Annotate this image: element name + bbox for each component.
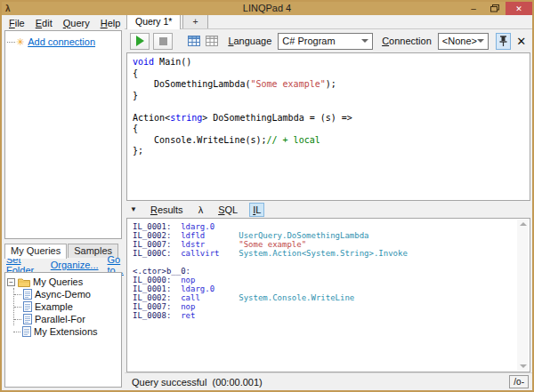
tree-node-parallel-for[interactable]: Parallel-For — [14, 313, 119, 325]
il-text: IL_0001: ldarg.0IL_0002: ldfld UserQuery… — [127, 219, 530, 324]
query-tab-bar: Query 1* + — [125, 15, 532, 29]
query-document-icon — [23, 314, 32, 324]
language-label: Language — [228, 36, 271, 46]
query-document-icon — [23, 289, 32, 300]
my-queries-section: My QueriesSamples Set Folder...Organize.… — [2, 243, 125, 390]
menubar: FileEditQueryHelp ✕ — [2, 15, 125, 30]
new-tab-button[interactable]: + — [182, 15, 207, 28]
queries-tab-my-queries[interactable]: My Queries — [4, 244, 67, 259]
stop-icon — [159, 37, 167, 45]
titlebar: λ LINQPad 4 – ✕ — [2, 2, 532, 15]
tree-node-example[interactable]: Example — [14, 300, 119, 313]
code-line: { — [133, 68, 524, 80]
code-line: void Main() — [133, 57, 524, 68]
query-document-icon — [22, 326, 31, 337]
add-connection-star-icon: ✳ — [16, 37, 24, 46]
language-value: C# Program — [282, 36, 335, 46]
tree-node-my-queries[interactable]: −My Queries — [7, 276, 119, 288]
tree-node-async-demo[interactable]: Async-Demo — [14, 288, 119, 300]
tab-query1[interactable]: Query 1* — [126, 15, 181, 29]
results-tab-il[interactable]: IL — [249, 203, 264, 217]
code-line: IL_0000: nop — [133, 276, 524, 284]
folder-icon — [18, 277, 30, 287]
close-query-button[interactable]: ✕ — [514, 33, 529, 50]
execute-button[interactable] — [130, 33, 150, 50]
results-tab-results[interactable]: Results — [147, 203, 187, 217]
stop-button[interactable] — [153, 33, 173, 50]
results-tabs: ResultsλSQLIL — [147, 203, 264, 217]
code-line: IL_0001: ldarg.0 — [133, 284, 524, 293]
code-line: DoSomethingLambda("Some example"); — [133, 79, 524, 91]
tree-expander-icon[interactable]: − — [7, 278, 15, 286]
connection-value: <None> — [442, 36, 477, 46]
code-line: }; — [133, 146, 524, 157]
data-grid-results-button[interactable] — [205, 33, 219, 49]
menu-item-edit[interactable]: Edit — [36, 18, 53, 28]
code-line: Console.WriteLine(s);// + local — [133, 135, 524, 147]
code-line: IL_0007: ldstr "Some example" — [133, 240, 524, 249]
window-body: FileEditQueryHelp ✕ ✳ Add connection My … — [2, 15, 532, 390]
pin-connection-toggle[interactable] — [496, 33, 511, 50]
menu-item-query[interactable]: Query — [63, 18, 90, 28]
menu-item-help[interactable]: Help — [101, 18, 121, 28]
toolbar: Language C# Program Connection <None> ✕ — [125, 29, 532, 52]
status-bar: Query successful (00:00.001) /o- — [125, 372, 532, 390]
queries-links-row: Set Folder...Organize...Go to... — [2, 258, 125, 272]
code-line: } — [133, 91, 524, 102]
connections-panel: ✳ Add connection — [4, 30, 122, 239]
collapse-results-icon[interactable]: ▼ — [130, 205, 137, 213]
chevron-down-icon — [477, 39, 484, 43]
close-button[interactable]: ✕ — [506, 2, 532, 15]
il-scrollbar[interactable] — [517, 220, 529, 371]
code-line: IL_0002: ldfld UserQuery.DoSomethingLamb… — [133, 231, 524, 240]
scroll-down-icon[interactable] — [520, 364, 527, 368]
data-grid-icon — [206, 36, 218, 46]
connection-dropdown[interactable]: <None> — [438, 33, 489, 50]
rich-text-results-button[interactable] — [187, 33, 201, 49]
rich-text-grid-icon — [188, 36, 200, 46]
scroll-up-icon[interactable] — [520, 222, 527, 226]
linqpad-window: λ LINQPad 4 – ✕ FileEditQueryHelp ✕ ✳ Ad… — [0, 0, 534, 392]
window-title: LINQPad 4 — [2, 2, 532, 15]
chevron-down-icon — [361, 39, 368, 43]
code-line: IL_0007: nop — [133, 302, 524, 311]
queries-tab-bar: My QueriesSamples — [2, 243, 125, 258]
status-text: Query successful (00:00.001) — [132, 377, 263, 388]
results-tab-λ[interactable]: λ — [195, 203, 207, 217]
pushpin-icon — [499, 36, 507, 46]
results-header: ▼ ResultsλSQLIL — [125, 201, 532, 218]
main-area: Query 1* + Language C# Program Connec — [125, 15, 532, 390]
add-connection-row[interactable]: ✳ Add connection — [5, 31, 121, 47]
queries-link-organize-[interactable]: Organize... — [51, 260, 99, 270]
code-line: Action<string> DoSomethingLambda = (s) =… — [133, 113, 524, 124]
code-line: IL_000C: callvirt System.Action<System.S… — [133, 249, 524, 258]
maximize-button[interactable] — [484, 2, 506, 15]
tree-children: Async-DemoExampleParallel-For — [13, 288, 119, 325]
il-output-panel: IL_0001: ldarg.0IL_0002: ldfld UserQuery… — [126, 218, 530, 372]
code-line — [133, 258, 524, 267]
menubar-items: FileEditQueryHelp — [9, 18, 131, 28]
window-controls: – ✕ — [463, 2, 532, 15]
results-tab-sql[interactable]: SQL — [214, 203, 241, 217]
language-dropdown[interactable]: C# Program — [278, 33, 373, 50]
tree-node-my-extensions[interactable]: My Extensions — [13, 325, 119, 338]
query-document-icon — [23, 301, 32, 312]
minimize-button[interactable]: – — [463, 2, 484, 15]
optimization-flag-button[interactable]: /o- — [509, 375, 529, 388]
code-line: { — [133, 124, 524, 135]
tree-guide-dash — [7, 42, 15, 43]
code-line — [133, 101, 524, 113]
code-line: IL_0001: ldarg.0 — [133, 222, 524, 231]
maximize-icon — [490, 4, 499, 12]
play-icon — [136, 36, 144, 46]
connection-label: Connection — [382, 36, 432, 46]
code-line: IL_0002: call System.Console.WriteLine — [133, 293, 524, 302]
queries-tree: −My QueriesAsync-DemoExampleParallel-For… — [4, 272, 122, 388]
left-sidebar: FileEditQueryHelp ✕ ✳ Add connection My … — [2, 15, 125, 390]
code-line: IL_0008: ret — [133, 311, 524, 320]
code-line: <.ctor>b__0: — [133, 267, 524, 276]
code-text: void Main(){ DoSomethingLambda("Some exa… — [127, 53, 530, 161]
menu-item-file[interactable]: File — [9, 18, 25, 28]
add-connection-link[interactable]: Add connection — [28, 36, 95, 47]
code-editor[interactable]: void Main(){ DoSomethingLambda("Some exa… — [126, 52, 530, 201]
